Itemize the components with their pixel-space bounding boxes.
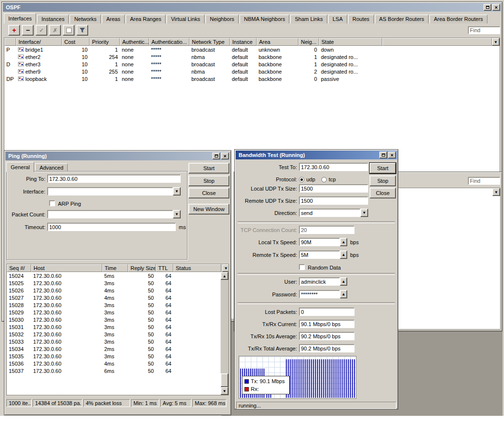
local-udp-tx-size-input[interactable] [299, 184, 368, 193]
table-row[interactable]: 15029172.30.0.603ms5064 [7, 309, 228, 316]
table-row[interactable]: 15031172.30.0.603ms5064 [7, 323, 228, 331]
tab-area-border-routers[interactable]: Area Border Routers [429, 15, 487, 23]
test-to-input[interactable] [299, 163, 368, 171]
column-header-priority[interactable]: Priority [90, 38, 120, 46]
column-select-button[interactable]: ▼ [222, 264, 229, 272]
direction-input[interactable] [299, 209, 360, 217]
tab-networks[interactable]: Networks [70, 15, 101, 23]
table-row[interactable]: ether910255none*****nbmadefaultbackbone2… [4, 68, 500, 75]
vertical-scrollbar[interactable]: ▲ ▼ [221, 272, 228, 395]
tab-sham-links[interactable]: Sham Links [290, 15, 327, 23]
column-header-authenticatio-[interactable]: Authenticatio... [149, 38, 189, 46]
add-button[interactable]: + [8, 25, 20, 36]
column-header-ttl[interactable]: TTL [156, 264, 173, 272]
table-row[interactable]: 15037172.30.0.606ms5064 [7, 367, 228, 374]
close-button[interactable]: × [388, 152, 396, 158]
local-tx-speed-up-button[interactable]: ▲ [340, 238, 347, 246]
close-button[interactable]: × [221, 153, 229, 159]
tab-virtual-links[interactable]: Virtual Links [167, 15, 205, 23]
packet-count-dropdown-button[interactable]: ▼ [173, 210, 181, 218]
table-row[interactable]: 15033172.30.0.603ms5064 [7, 338, 228, 345]
interface-dropdown-button[interactable]: ▼ [173, 187, 181, 195]
scroll-up-button[interactable]: ▲ [221, 272, 228, 280]
table-row[interactable]: 15032172.30.0.603ms5064 [7, 331, 228, 338]
user-input[interactable] [299, 277, 340, 286]
tab-neighbors[interactable]: Neighbors [205, 15, 239, 23]
find-input[interactable] [468, 26, 500, 34]
table-row[interactable]: 15034172.30.0.602ms5064 [7, 345, 228, 352]
maximize-button[interactable] [484, 4, 491, 11]
remote-tx-speed-input[interactable] [299, 251, 340, 259]
close-button[interactable]: Close [370, 188, 396, 198]
protocol-tcp-radio[interactable] [321, 177, 327, 182]
remote-tx-speed-up-button[interactable]: ▲ [340, 251, 347, 259]
new-window-button[interactable]: New Window [188, 204, 229, 214]
column-header-area[interactable]: Area [257, 38, 299, 46]
tab-routes[interactable]: Routes [348, 15, 374, 23]
column-header-instance[interactable]: Instance [230, 38, 257, 46]
column-header-flags[interactable] [4, 38, 16, 46]
tab-area-ranges[interactable]: Area Ranges [126, 15, 166, 23]
user-up-button[interactable]: ▲ [340, 277, 347, 286]
column-header-reply-size[interactable]: Reply Size [128, 264, 156, 272]
remove-button[interactable]: − [22, 25, 34, 36]
column-select-button[interactable]: ▼ [492, 38, 500, 46]
stop-button[interactable]: Stop [188, 175, 229, 186]
column-header-cost[interactable]: Cost [62, 38, 90, 46]
column-header-seq-[interactable]: Seq # / [7, 264, 31, 272]
table-row[interactable]: 15026172.30.0.604ms5064 [7, 287, 228, 294]
column-header-network-type[interactable]: Network Type [189, 38, 230, 46]
column-header-status[interactable]: Status [173, 264, 221, 272]
close-button[interactable]: × [492, 4, 500, 11]
table-row[interactable]: 15028172.30.0.603ms5064 [7, 301, 228, 309]
table-row[interactable]: 15030172.30.0.603ms5064 [7, 316, 228, 323]
packet-count-input[interactable] [47, 210, 173, 218]
tab-areas[interactable]: Areas [102, 15, 125, 23]
column-select-button[interactable]: ▼ [492, 188, 500, 196]
start-button[interactable]: Start [188, 163, 229, 174]
table-row[interactable]: 15027172.30.0.604ms5064 [7, 294, 228, 301]
column-header-authentic-[interactable]: Authentic... [120, 38, 149, 46]
remote-udp-tx-size-input[interactable] [299, 196, 368, 205]
column-header-time[interactable]: Time [102, 264, 128, 272]
column-header-interface[interactable]: Interface / [16, 38, 62, 46]
table-row[interactable]: Pbridge1101none*****broadcastdefaultunkn… [4, 46, 500, 53]
ospf-titlebar[interactable]: OSPF × [3, 3, 501, 12]
password-input[interactable] [299, 290, 340, 298]
column-header-state[interactable]: State [319, 38, 382, 46]
start-button[interactable]: Start [370, 163, 396, 174]
stop-button[interactable]: Stop [370, 175, 396, 186]
maximize-button[interactable] [212, 153, 220, 159]
enable-button[interactable]: ✓ [36, 25, 47, 36]
find-input[interactable] [468, 177, 500, 185]
table-row[interactable]: 15035172.30.0.603ms5064 [7, 352, 228, 360]
table-row[interactable]: Dether3101none*****broadcastdefaultbackb… [4, 60, 500, 68]
maximize-button[interactable] [379, 152, 387, 158]
table-row[interactable]: 15036172.30.0.604ms5064 [7, 360, 228, 367]
tab-nbma-neighbors[interactable]: NBMA Neighbors [240, 15, 289, 23]
table-row[interactable]: 15025172.30.0.603ms5064 [7, 279, 228, 287]
random-data-checkbox[interactable] [299, 264, 305, 270]
protocol-udp-radio[interactable] [299, 177, 304, 182]
comment-button[interactable] [63, 25, 75, 36]
bandwidth-test-titlebar[interactable]: Bandwidth Test (Running) × [236, 151, 397, 159]
close-button[interactable]: Close [188, 188, 229, 198]
scroll-down-button[interactable]: ▼ [221, 387, 228, 395]
tab-lsa[interactable]: LSA [328, 15, 347, 23]
ping-titlebar[interactable]: Ping (Running) × [5, 152, 230, 160]
timeout-input[interactable] [47, 223, 176, 231]
column-header-host[interactable]: Host [31, 264, 102, 272]
tab-general[interactable]: General [6, 162, 34, 172]
direction-dropdown-button[interactable]: ▼ [360, 209, 368, 217]
interface-input[interactable] [47, 187, 173, 195]
table-row[interactable]: 15024172.30.0.605ms5064 [7, 272, 228, 279]
disable-button[interactable]: ✗ [49, 25, 61, 36]
tab-interfaces[interactable]: Interfaces [4, 13, 36, 23]
column-header-neig-[interactable]: Neig... [299, 38, 319, 46]
local-tx-speed-input[interactable] [299, 238, 340, 246]
table-row[interactable]: DPloopback101none*****broadcastdefaultba… [4, 75, 500, 82]
arp-ping-checkbox[interactable] [49, 200, 55, 206]
password-up-button[interactable]: ▲ [340, 290, 347, 298]
scrollbar-thumb[interactable] [221, 373, 228, 387]
ping-to-input[interactable] [47, 175, 181, 183]
